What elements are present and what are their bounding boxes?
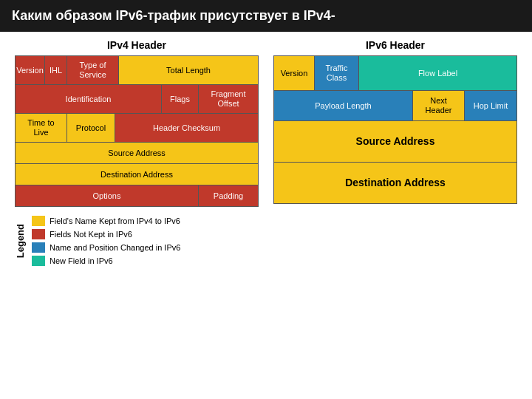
page-title: Каким образом IPv6-трафик присутствует в… bbox=[12, 8, 335, 23]
ipv6-row-2: Payload Length Next Header Hop Limit bbox=[274, 91, 516, 121]
ipv4-flags: Flags bbox=[162, 85, 199, 113]
legend-text-0: Field's Name Kept from IPv4 to IPv6 bbox=[50, 216, 180, 225]
ipv4-grid: Version IHL Type of Service Total Length… bbox=[15, 55, 259, 207]
ipv6-row-1: Version Traffic Class Flow Label bbox=[274, 56, 516, 91]
ipv6-dstaddr: Destination Address bbox=[274, 163, 516, 203]
legend-color-3 bbox=[32, 256, 45, 266]
ipv4-fragoff: Fragment Offset bbox=[199, 85, 258, 113]
ipv4-ident: Identification bbox=[16, 85, 162, 113]
ipv6-panel: IPv6 Header Version Traffic Class Flow L… bbox=[273, 39, 517, 266]
ipv6-version: Version bbox=[274, 56, 315, 90]
ipv4-ttl: Time to Live bbox=[16, 114, 67, 142]
ipv6-flowlabel: Flow Label bbox=[359, 56, 516, 90]
ipv4-panel: IPv4 Header Version IHL Type of Service … bbox=[15, 39, 259, 266]
ipv6-header-label: IPv6 Header bbox=[273, 39, 517, 51]
ipv4-hdrcksum: Header Checksum bbox=[115, 114, 258, 142]
ipv4-ihl: IHL bbox=[45, 56, 67, 84]
ipv6-hoplimit: Hop Limit bbox=[465, 91, 516, 120]
ipv4-padding: Padding bbox=[199, 185, 258, 206]
ipv6-payloadlen: Payload Length bbox=[274, 91, 413, 120]
ipv4-header-label: IPv4 Header bbox=[15, 39, 259, 51]
legend-item-1: Fields Not Kept in IPv6 bbox=[32, 229, 180, 239]
ipv4-row-3: Time to Live Protocol Header Checksum bbox=[16, 114, 258, 143]
legend-text-2: Name and Position Changed in IPv6 bbox=[50, 243, 180, 252]
ipv6-trafficclass: Traffic Class bbox=[315, 56, 359, 90]
legend-item-0: Field's Name Kept from IPv4 to IPv6 bbox=[32, 216, 180, 226]
ipv4-row-2: Identification Flags Fragment Offset bbox=[16, 85, 258, 114]
legend-text-3: New Field in IPv6 bbox=[50, 256, 113, 265]
legend-item-3: New Field in IPv6 bbox=[32, 256, 180, 266]
ipv4-options: Options bbox=[16, 185, 199, 206]
legend-color-2 bbox=[32, 242, 45, 253]
title-bar: Каким образом IPv6-трафик присутствует в… bbox=[0, 0, 532, 32]
ipv4-tos: Type of Service bbox=[67, 56, 119, 84]
ipv4-dstaddr: Destination Address bbox=[16, 164, 258, 185]
legend: Legend Field's Name Kept from IPv4 to IP… bbox=[15, 216, 259, 266]
ipv4-row-4: Source Address bbox=[16, 143, 258, 164]
ipv4-row-1: Version IHL Type of Service Total Length bbox=[16, 56, 258, 85]
ipv4-row-6: Options Padding bbox=[16, 185, 258, 206]
legend-items: Field's Name Kept from IPv4 to IPv6 Fiel… bbox=[32, 216, 180, 266]
ipv6-row-4: Destination Address bbox=[274, 163, 516, 203]
legend-item-2: Name and Position Changed in IPv6 bbox=[32, 242, 180, 253]
legend-label: Legend bbox=[15, 224, 26, 258]
ipv4-version: Version bbox=[16, 56, 45, 84]
legend-color-0 bbox=[32, 216, 45, 226]
ipv6-srcaddr: Source Address bbox=[274, 121, 516, 162]
ipv6-grid: Version Traffic Class Flow Label Payload… bbox=[273, 55, 517, 204]
ipv6-nexthdr: Next Header bbox=[413, 91, 465, 120]
ipv4-totlen: Total Length bbox=[119, 56, 258, 84]
ipv4-row-5: Destination Address bbox=[16, 164, 258, 185]
legend-text-1: Fields Not Kept in IPv6 bbox=[50, 230, 132, 239]
legend-color-1 bbox=[32, 229, 45, 239]
ipv4-srcaddr: Source Address bbox=[16, 143, 258, 163]
ipv6-row-3: Source Address bbox=[274, 121, 516, 163]
ipv4-proto: Protocol bbox=[67, 114, 115, 142]
